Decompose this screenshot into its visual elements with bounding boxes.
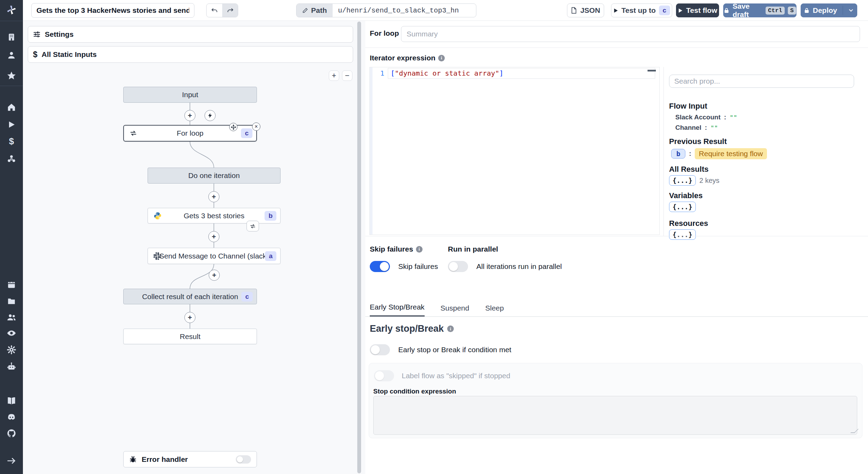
ai-robot-icon[interactable] [7,362,16,371]
resources-object-chip[interactable]: {...} [669,229,696,240]
all-results-object-chip[interactable]: {...} [669,175,696,186]
windmill-logo-icon[interactable] [6,5,17,15]
folders-icon[interactable] [7,297,16,306]
settings-gear-icon[interactable] [7,345,16,355]
save-draft-button[interactable]: Save draft Ctrl S [723,3,796,17]
iterate-again-chip[interactable] [247,221,259,231]
zoom-out-button[interactable]: − [342,70,352,81]
skip-failures-toggle-row: Skip failures [370,261,438,272]
undo-button[interactable] [207,3,222,17]
insert-step-button[interactable]: + [184,312,195,323]
tab-early-stop-break[interactable]: Early Stop/Break [370,303,425,316]
insert-trigger-button[interactable] [205,110,216,121]
deploy-divider [843,6,843,15]
summary-input[interactable] [401,26,860,42]
node-for-loop-label: For loop [177,129,203,137]
user-icon[interactable] [7,51,16,60]
stop-condition-label: Stop condition expression [373,388,456,395]
node-gets-3-best-stories-badge: b [265,211,276,221]
variables-object-chip[interactable]: {...} [669,202,696,212]
left-panel-scrollbar[interactable] [357,22,361,473]
path-value: u/henri/send_to_slack_top3_hn [333,4,465,17]
all-static-inputs-button[interactable]: $ All Static Inputs [28,46,353,63]
skip-failures-toggle[interactable] [370,261,390,272]
node-for-loop-badge: c [241,128,252,138]
runs-play-icon[interactable] [7,120,16,129]
variables-dollar-icon[interactable]: $ [9,136,14,147]
dollar-icon: $ [33,50,37,59]
resources-title: Resources [669,219,708,228]
workspace-icon[interactable] [7,33,16,42]
audit-eye-icon[interactable] [7,328,16,338]
flow-graph-panel: Settings $ All Static Inputs + − [23,21,365,474]
line-number: 1 [375,69,384,77]
test-up-to-button[interactable]: Test up to c [611,3,672,17]
path-label-segment[interactable]: Path [297,4,333,17]
early-stop-toggle[interactable] [370,344,390,355]
variables-title: Variables [669,191,703,200]
top-toolbar: Path u/henri/send_to_slack_top3_hn JSON … [23,0,868,21]
file-icon [571,7,577,14]
info-icon[interactable]: i [447,325,454,332]
path-chip[interactable]: Path u/henri/send_to_slack_top3_hn [296,3,476,17]
node-result[interactable]: Result [123,329,257,344]
run-in-parallel-toggle[interactable] [448,261,468,272]
deploy-dropdown-chevron-icon[interactable] [848,7,854,14]
node-result-label: Result [180,332,201,341]
previous-result-step-badge[interactable]: b [671,149,685,159]
early-stop-condition-card: Label flow as "skipped" if stopped Stop … [369,363,862,438]
schedules-calendar-icon[interactable] [7,280,16,289]
flow-settings-button[interactable]: Settings [28,26,353,43]
redo-button[interactable] [222,3,238,17]
delete-node-button[interactable]: × [252,122,260,131]
node-input[interactable]: Input [123,87,257,103]
node-collect-result[interactable]: Collect result of each iteration c [123,289,257,304]
iterator-code-editor[interactable]: 1 ["dynamic or static array"] [369,67,660,235]
node-send-message-slack[interactable]: Send Message to Channel (slack) a [148,248,281,264]
insert-step-button[interactable]: + [184,110,195,121]
skipped-toggle-row: Label flow as "skipped" if stopped [374,370,510,381]
discord-icon[interactable] [7,412,16,422]
favorites-star-icon[interactable] [7,71,16,81]
expand-sidebar-arrow-icon[interactable] [7,456,16,466]
prop-row-slack-account[interactable]: Slack Account : "" [675,113,737,121]
iterator-expression-text: Iterator expression [370,54,435,62]
props-panel: Flow Input Slack Account : "" Channel : … [669,68,858,248]
info-icon[interactable]: i [438,55,445,61]
error-handler-label: Error handler [142,455,188,464]
workers-icon[interactable] [7,154,16,164]
insert-step-button[interactable]: + [209,270,220,281]
flow-title-input[interactable] [31,3,194,18]
prop-row-channel[interactable]: Channel : "" [675,124,718,132]
deploy-button[interactable]: Deploy [804,6,837,15]
node-gets-3-best-stories-label: Gets 3 best stories [184,212,244,220]
zoom-in-button[interactable]: + [329,70,339,81]
node-do-one-iteration[interactable]: Do one iteration [148,168,281,184]
deploy-label: Deploy [813,6,837,15]
node-gets-3-best-stories[interactable]: Gets 3 best stories b [148,208,281,223]
stop-condition-textarea[interactable] [373,396,857,435]
github-icon[interactable] [7,429,16,438]
move-node-button[interactable] [229,123,237,131]
settings-label: Settings [45,30,74,39]
code-line[interactable]: ["dynamic or static array"] [391,69,503,77]
prop-value: "" [730,114,737,121]
insert-step-button[interactable]: + [208,231,219,242]
docs-book-icon[interactable] [7,396,16,406]
label-skipped-toggle[interactable] [374,370,394,381]
test-flow-button[interactable]: Test flow [676,3,719,17]
groups-users-icon[interactable] [7,312,16,322]
flow-canvas[interactable]: + − Input + For loop c × Do one iter [23,66,365,474]
home-icon[interactable] [7,103,16,112]
json-button[interactable]: JSON [567,3,604,17]
node-send-message-slack-label: Send Message to Channel (slack) [159,252,269,260]
search-prop-input[interactable] [669,75,854,88]
error-handler-node[interactable]: Error handler [123,451,257,467]
info-icon[interactable]: i [416,246,423,253]
tab-sleep[interactable]: Sleep [485,304,504,316]
tab-suspend[interactable]: Suspend [441,304,469,316]
skip-failures-title: Skip failures i [370,245,423,253]
error-handler-toggle[interactable] [236,455,251,464]
insert-step-button[interactable]: + [208,191,219,202]
require-testing-flow-chip: Require testing flow [695,148,767,159]
